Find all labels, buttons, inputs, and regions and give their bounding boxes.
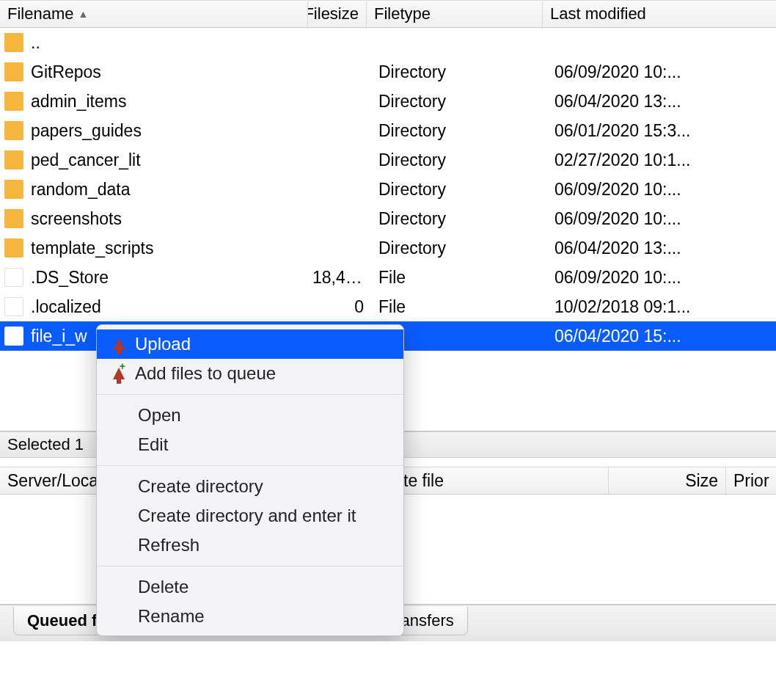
file-type: Directory <box>371 62 547 82</box>
file-list-header: Filename ▲ Filesize Filetype Last modifi… <box>0 0 776 28</box>
menu-separator <box>97 394 403 395</box>
menu-separator <box>97 566 403 566</box>
folder-icon <box>4 150 23 169</box>
menu-upload-label: Upload <box>135 334 191 354</box>
upload-queue-icon <box>113 368 125 379</box>
file-row[interactable]: template_scriptsDirectory06/04/2020 13:.… <box>0 233 776 263</box>
file-modified: 06/09/2020 10:... <box>547 180 776 200</box>
file-name: random_data <box>31 180 131 200</box>
file-icon <box>4 327 23 346</box>
file-name: file_i_w <box>31 327 87 346</box>
file-type: File <box>371 297 547 317</box>
menu-delete-label: Delete <box>138 577 188 597</box>
file-name: admin_items <box>31 92 126 112</box>
file-name: template_scripts <box>31 238 153 258</box>
menu-create-directory[interactable]: Create directory <box>97 472 403 501</box>
file-row[interactable]: GitReposDirectory06/09/2020 10:... <box>0 57 776 87</box>
file-type: File <box>371 268 547 288</box>
upload-arrow-icon <box>113 338 125 350</box>
menu-separator <box>97 465 403 466</box>
file-modified: 06/01/2020 15:3... <box>547 121 776 141</box>
menu-upload[interactable]: Upload <box>97 329 403 359</box>
menu-create-dir-label: Create directory <box>138 476 263 497</box>
folder-icon <box>4 92 23 111</box>
folder-icon <box>4 180 23 199</box>
file-modified: 06/04/2020 13:... <box>547 92 776 112</box>
file-modified: 06/04/2020 15:... <box>547 327 776 346</box>
file-row[interactable]: admin_itemsDirectory06/04/2020 13:... <box>0 87 776 116</box>
context-menu: Upload Add files to queue Open Edit Crea… <box>96 324 404 636</box>
folder-icon <box>4 62 23 81</box>
folder-icon <box>4 209 23 228</box>
col-filename-label: Filename <box>7 4 73 23</box>
file-icon <box>4 297 23 316</box>
menu-refresh-label: Refresh <box>138 535 200 555</box>
file-modified: 10/02/2018 09:1... <box>547 297 776 317</box>
col-server-local-label: Server/Loca <box>7 471 98 491</box>
file-name: papers_guides <box>31 121 142 141</box>
file-type: Directory <box>371 150 547 170</box>
col-filetype[interactable]: Filetype <box>367 1 543 26</box>
file-modified: 02/27/2020 10:1... <box>547 150 776 170</box>
file-row[interactable]: .localized0File10/02/2018 09:1... <box>0 292 776 321</box>
file-name: screenshots <box>31 209 122 229</box>
file-type: Directory <box>371 92 547 112</box>
file-modified: 06/09/2020 10:... <box>547 209 776 229</box>
menu-create-directory-enter[interactable]: Create directory and enter it <box>97 501 403 531</box>
file-row[interactable]: screenshotsDirectory06/09/2020 10:... <box>0 204 776 233</box>
menu-edit[interactable]: Edit <box>97 430 403 459</box>
menu-edit-label: Edit <box>138 434 168 455</box>
col-size[interactable]: Size <box>609 467 726 494</box>
file-size: 0 <box>312 297 371 317</box>
status-text: Selected 1 <box>7 435 84 454</box>
folder-icon <box>4 238 23 258</box>
menu-add-queue-label: Add files to queue <box>135 363 276 384</box>
file-name: GitRepos <box>31 62 101 82</box>
file-row[interactable]: papers_guidesDirectory06/01/2020 15:3... <box>0 116 776 145</box>
col-size-label: Size <box>685 471 718 491</box>
file-name: ped_cancer_lit <box>31 150 141 170</box>
menu-rename[interactable]: Rename <box>97 602 403 631</box>
menu-refresh[interactable]: Refresh <box>97 531 403 560</box>
file-type: Directory <box>371 180 547 200</box>
file-row[interactable]: .. <box>0 28 776 57</box>
file-type: Directory <box>371 209 547 229</box>
file-modified: 06/09/2020 10:... <box>547 62 776 82</box>
col-remote-file-label: te file <box>403 471 444 491</box>
file-modified: 06/04/2020 13:... <box>547 238 776 258</box>
folder-icon <box>4 33 23 52</box>
file-type: Directory <box>371 121 547 141</box>
file-name: .DS_Store <box>31 268 109 288</box>
file-name: .. <box>31 33 40 53</box>
file-icon <box>4 268 23 287</box>
menu-rename-label: Rename <box>138 606 205 627</box>
file-row[interactable]: .DS_Store18,436File06/09/2020 10:... <box>0 263 776 292</box>
file-type: Directory <box>371 238 547 258</box>
file-name: .localized <box>31 297 101 317</box>
file-row[interactable]: random_dataDirectory06/09/2020 10:... <box>0 175 776 204</box>
menu-open-label: Open <box>138 405 181 426</box>
col-filesize-label: Filesize <box>308 4 359 23</box>
sort-asc-icon: ▲ <box>78 8 88 20</box>
menu-open[interactable]: Open <box>97 401 403 430</box>
col-priority-label: Prior <box>733 471 769 491</box>
col-lastmodified-label: Last modified <box>550 4 646 23</box>
col-priority[interactable]: Prior <box>726 467 776 494</box>
menu-delete[interactable]: Delete <box>97 572 403 602</box>
col-filetype-label: Filetype <box>374 4 431 23</box>
col-filesize[interactable]: Filesize <box>308 1 367 26</box>
col-filename[interactable]: Filename ▲ <box>0 1 308 26</box>
file-modified: 06/09/2020 10:... <box>547 268 776 288</box>
menu-create-dir-enter-label: Create directory and enter it <box>138 506 356 526</box>
file-size: 18,436 <box>312 268 371 288</box>
folder-icon <box>4 121 23 140</box>
file-row[interactable]: ped_cancer_litDirectory02/27/2020 10:1..… <box>0 145 776 175</box>
col-lastmodified[interactable]: Last modified <box>543 1 776 26</box>
menu-add-to-queue[interactable]: Add files to queue <box>97 359 403 388</box>
